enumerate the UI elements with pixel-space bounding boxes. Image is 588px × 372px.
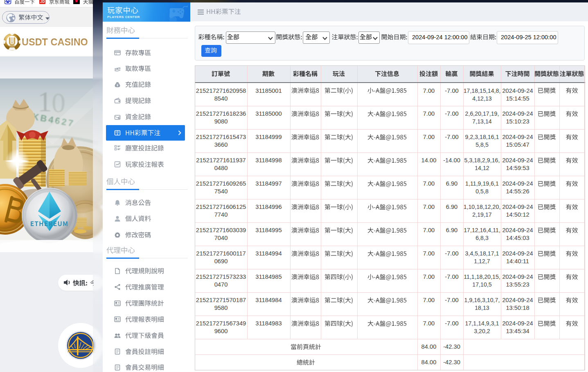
svg-text:0: 0 [52,87,65,118]
